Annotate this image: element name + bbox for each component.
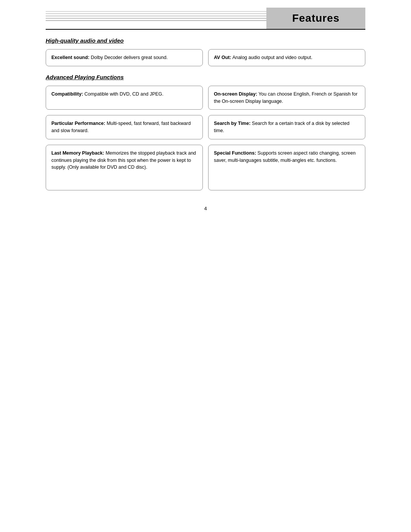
card-on-screen-display: On-screen Display: You can choose Englis…: [208, 86, 365, 110]
card-av-out-bold: AV Out:: [214, 55, 231, 60]
card-particular-performance: Particular Performance: Multi-speed, fas…: [46, 115, 203, 139]
header-line-5: [46, 20, 266, 21]
section-heading-high-quality: High-quality audio and video: [46, 37, 365, 44]
card-search-by-time: Search by Time: Search for a certain tra…: [208, 115, 365, 139]
card-excellent-sound-text: Excellent sound: Dolby Decoder delivers …: [51, 54, 197, 61]
header-decoration: [46, 8, 266, 29]
card-excellent-sound: Excellent sound: Dolby Decoder delivers …: [46, 49, 203, 66]
cards-grid-high-quality: Excellent sound: Dolby Decoder delivers …: [46, 49, 365, 66]
header-line-4: [46, 18, 266, 19]
page-number: 4: [46, 206, 365, 211]
card-search-by-time-text: Search by Time: Search for a certain tra…: [214, 120, 360, 134]
card-compatibility-body: Compatible with DVD, CD and JPEG.: [83, 91, 163, 97]
section-heading-advanced-playing: Advanced Playing Functions: [46, 74, 365, 80]
page-header: Features: [46, 0, 365, 29]
page-title: Features: [292, 12, 340, 24]
card-special-functions-bold: Special Functions:: [214, 150, 256, 156]
card-av-out: AV Out: Analog audio output and video ou…: [208, 49, 365, 66]
card-special-functions-text: Special Functions: Supports screen aspec…: [214, 150, 360, 164]
header-divider: [46, 29, 365, 30]
header-line-3: [46, 16, 266, 16]
card-compatibility-bold: Compatibility:: [51, 91, 83, 97]
cards-grid-advanced-playing: Compatibility: Compatible with DVD, CD a…: [46, 86, 365, 190]
section-high-quality: High-quality audio and video Excellent s…: [46, 37, 365, 66]
card-compatibility-text: Compatibility: Compatible with DVD, CD a…: [51, 91, 197, 98]
card-particular-performance-text: Particular Performance: Multi-speed, fas…: [51, 120, 197, 134]
card-compatibility: Compatibility: Compatible with DVD, CD a…: [46, 86, 203, 110]
card-last-memory: Last Memory Playback: Memorizes the stop…: [46, 145, 203, 190]
card-last-memory-text: Last Memory Playback: Memorizes the stop…: [51, 150, 197, 171]
section-advanced-playing: Advanced Playing Functions Compatibility…: [46, 74, 365, 190]
page: Features High-quality audio and video Ex…: [0, 0, 411, 532]
card-particular-performance-bold: Particular Performance:: [51, 121, 105, 126]
card-av-out-text: AV Out: Analog audio output and video ou…: [214, 54, 360, 61]
card-last-memory-bold: Last Memory Playback:: [51, 150, 104, 156]
card-excellent-sound-body: Dolby Decoder delivers great sound.: [89, 55, 168, 60]
card-av-out-body: Analog audio output and video output.: [231, 55, 312, 60]
header-line-1: [46, 11, 266, 12]
header-line-2: [46, 13, 266, 14]
card-special-functions: Special Functions: Supports screen aspec…: [208, 145, 365, 190]
card-on-screen-display-bold: On-screen Display:: [214, 91, 257, 97]
header-title-box: Features: [266, 8, 365, 29]
card-search-by-time-bold: Search by Time:: [214, 121, 250, 126]
card-excellent-sound-bold: Excellent sound:: [51, 55, 89, 60]
card-on-screen-display-text: On-screen Display: You can choose Englis…: [214, 91, 360, 105]
